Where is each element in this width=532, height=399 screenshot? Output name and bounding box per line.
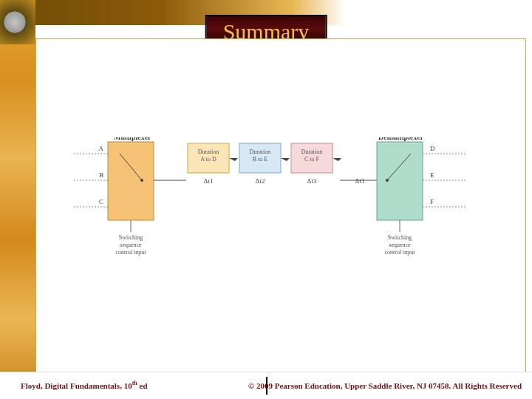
mux-switch-caption-1: Switching (119, 234, 143, 241)
mux-switch-caption-3: control input (115, 249, 146, 256)
footer-right: © 2009 Pearson Education, Upper Saddle R… (248, 381, 522, 390)
footer-left: Floyd, Digital Fundamentals, 10th ed (21, 380, 148, 390)
demultiplexer-label: Demultiplexer (378, 137, 424, 141)
svg-text:C to F: C to F (304, 156, 320, 163)
svg-text:Duration: Duration (301, 149, 322, 155)
mux-in-a: A (99, 145, 104, 152)
decorative-corner (0, 0, 35, 44)
footer: Floyd, Digital Fundamentals, 10th ed © 2… (0, 372, 532, 399)
mux-in-c: C (99, 198, 103, 205)
svg-text:Δt3: Δt3 (307, 177, 317, 185)
svg-marker-16 (281, 155, 290, 161)
svg-text:Δt2: Δt2 (256, 177, 265, 185)
demultiplexer-block (377, 142, 423, 220)
decorative-left-bar (0, 0, 35, 399)
dt-block-1: Duration A to D Δt1 (188, 143, 238, 185)
multiplexer-block (108, 142, 154, 220)
mux-switch-caption-2: sequence (120, 242, 142, 248)
demux-out-e: E (430, 171, 434, 179)
diagram-svg: Multiplexer A B C Switching sequence con… (68, 137, 482, 265)
final-dt: Δt1 (355, 177, 365, 185)
svg-text:A to D: A to D (200, 156, 216, 163)
mux-in-b: B (99, 171, 103, 179)
data-selection-diagram: Multiplexer A B C Switching sequence con… (68, 137, 497, 265)
demux-switch-caption-2: sequence (389, 242, 411, 248)
svg-text:B to E: B to E (253, 156, 268, 163)
demux-out-d: D (430, 145, 435, 152)
dt-block-3: Duration C to F Δt3 (291, 143, 341, 185)
demux-switch-caption-1: Switching (388, 234, 412, 241)
svg-marker-21 (332, 155, 341, 161)
demux-out-f: F (430, 198, 434, 205)
svg-text:Duration: Duration (198, 149, 219, 155)
multiplexer-label: Multiplexer (114, 137, 151, 141)
svg-text:Δt1: Δt1 (204, 177, 214, 185)
dt-block-2: Duration B to E Δt2 (239, 143, 290, 185)
svg-text:Duration: Duration (250, 149, 270, 155)
demux-switch-caption-3: control input (384, 249, 415, 256)
slide: Summary Basic System Functions The data … (0, 0, 532, 399)
svg-marker-11 (229, 155, 238, 161)
